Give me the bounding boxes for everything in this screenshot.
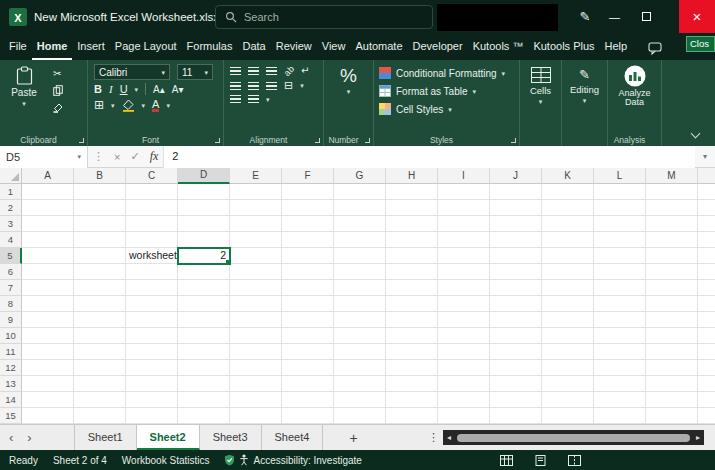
column-header-E[interactable]: E (230, 168, 282, 184)
cell-M14[interactable] (646, 392, 698, 408)
row-header-10[interactable]: 10 (0, 328, 22, 344)
scroll-right-icon[interactable]: ▸ (696, 433, 700, 442)
cell-F13[interactable] (282, 376, 334, 392)
next-sheet-icon[interactable]: › (27, 430, 31, 445)
menu-tab-view[interactable]: View (317, 36, 351, 60)
new-sheet-button[interactable]: + (349, 430, 357, 446)
cell-D13[interactable] (178, 376, 230, 392)
cell-K9[interactable] (542, 312, 594, 328)
cell-M6[interactable] (646, 264, 698, 280)
scrollbar-thumb[interactable] (457, 434, 690, 442)
paste-dropdown-icon[interactable]: ▾ (22, 100, 26, 107)
cell-K5[interactable] (542, 248, 594, 264)
column-header-H[interactable]: H (386, 168, 438, 184)
row-header-1[interactable]: 1 (0, 184, 22, 200)
cell-L7[interactable] (594, 280, 646, 296)
align-center-button[interactable] (248, 82, 259, 90)
cell-B15[interactable] (74, 408, 126, 424)
cell-F9[interactable] (282, 312, 334, 328)
row-header-5[interactable]: 5 (0, 248, 22, 264)
minimize-button[interactable]: — (599, 0, 630, 33)
cell-M15[interactable] (646, 408, 698, 424)
cell-K15[interactable] (542, 408, 594, 424)
draw-pen-icon[interactable]: ✎ (573, 0, 597, 34)
cell-G2[interactable] (334, 200, 386, 216)
cell-H14[interactable] (386, 392, 438, 408)
cell-M2[interactable] (646, 200, 698, 216)
cell-H11[interactable] (386, 344, 438, 360)
selection-fill-handle[interactable] (225, 259, 230, 264)
bold-button[interactable]: B (94, 83, 102, 95)
cell-D10[interactable] (178, 328, 230, 344)
cell-partial[interactable] (698, 408, 715, 424)
search-box[interactable]: Search (215, 5, 433, 29)
paste-button[interactable]: Paste ▾ (3, 64, 45, 113)
align-top-button[interactable] (230, 67, 241, 75)
merge-center-button[interactable]: ⊟ (284, 79, 293, 92)
cell-L8[interactable] (594, 296, 646, 312)
cell-partial[interactable] (698, 200, 715, 216)
cell-F1[interactable] (282, 184, 334, 200)
underline-button[interactable]: U (120, 83, 128, 95)
cell-L5[interactable] (594, 248, 646, 264)
cell-I5[interactable] (438, 248, 490, 264)
cell-partial[interactable] (698, 296, 715, 312)
cell-H6[interactable] (386, 264, 438, 280)
cell-B6[interactable] (74, 264, 126, 280)
name-box-dropdown-icon[interactable]: ▾ (77, 153, 81, 160)
cell-D8[interactable] (178, 296, 230, 312)
cell-J2[interactable] (490, 200, 542, 216)
cell-C7[interactable] (126, 280, 178, 296)
cell-B14[interactable] (74, 392, 126, 408)
cell-C14[interactable] (126, 392, 178, 408)
copy-button[interactable] (53, 85, 63, 96)
cell-E3[interactable] (230, 216, 282, 232)
column-header-F[interactable]: F (282, 168, 334, 184)
cell-F4[interactable] (282, 232, 334, 248)
cell-C5[interactable]: worksheet (126, 248, 178, 264)
cell-I11[interactable] (438, 344, 490, 360)
cell-partial[interactable] (698, 280, 715, 296)
formula-bar-kebab-icon[interactable]: ⋮ (88, 150, 109, 163)
tab-options-kebab-icon[interactable]: ⋮ (428, 425, 439, 451)
cell-M11[interactable] (646, 344, 698, 360)
cell-I2[interactable] (438, 200, 490, 216)
cell-J11[interactable] (490, 344, 542, 360)
cell-H8[interactable] (386, 296, 438, 312)
row-header-4[interactable]: 4 (0, 232, 22, 248)
excel-logo-icon[interactable]: X (9, 8, 27, 26)
cell-D7[interactable] (178, 280, 230, 296)
cell-E10[interactable] (230, 328, 282, 344)
cell-A4[interactable] (22, 232, 74, 248)
cell-I8[interactable] (438, 296, 490, 312)
cell-A11[interactable] (22, 344, 74, 360)
align-left-button[interactable] (230, 82, 241, 90)
cell-H12[interactable] (386, 360, 438, 376)
cell-B10[interactable] (74, 328, 126, 344)
cell-A14[interactable] (22, 392, 74, 408)
font-color-dropdown-icon[interactable]: ▾ (166, 102, 170, 109)
column-header-L[interactable]: L (594, 168, 646, 184)
merge-dropdown-icon[interactable]: ▾ (300, 82, 304, 89)
cell-L11[interactable] (594, 344, 646, 360)
cell-K13[interactable] (542, 376, 594, 392)
cell-H3[interactable] (386, 216, 438, 232)
cell-L2[interactable] (594, 200, 646, 216)
workbook-statistics-button[interactable]: Workbook Statistics (122, 455, 210, 466)
cell-D11[interactable] (178, 344, 230, 360)
increase-indent-button[interactable] (248, 95, 259, 103)
clipboard-dialog-launcher[interactable] (79, 138, 84, 143)
cell-F15[interactable] (282, 408, 334, 424)
cell-J1[interactable] (490, 184, 542, 200)
cell-F11[interactable] (282, 344, 334, 360)
cell-C12[interactable] (126, 360, 178, 376)
sheet-tab-sheet3[interactable]: Sheet3 (200, 425, 262, 450)
cell-B4[interactable] (74, 232, 126, 248)
cell-G5[interactable] (334, 248, 386, 264)
cell-D2[interactable] (178, 200, 230, 216)
cell-J6[interactable] (490, 264, 542, 280)
cell-G9[interactable] (334, 312, 386, 328)
previous-sheet-icon[interactable]: ‹ (9, 430, 13, 445)
menu-tab-page-layout[interactable]: Page Layout (110, 36, 182, 60)
styles-dialog-launcher[interactable] (511, 138, 516, 143)
